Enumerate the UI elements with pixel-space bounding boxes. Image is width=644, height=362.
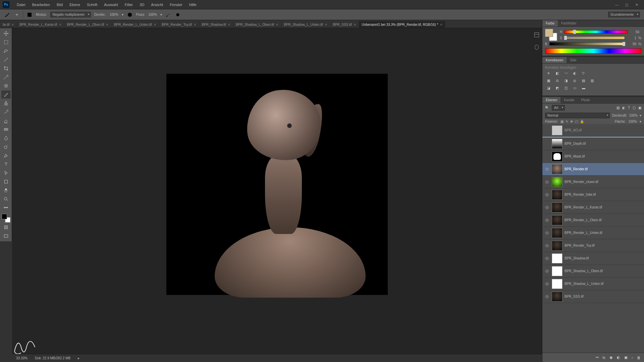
layer-blendmode-dropdown[interactable]: Normal bbox=[545, 113, 610, 118]
color-swatch-pair[interactable] bbox=[545, 29, 557, 41]
filter-type-icon[interactable]: T bbox=[628, 106, 630, 110]
blur-tool[interactable] bbox=[1, 134, 11, 142]
layer-thumbnail[interactable] bbox=[552, 125, 562, 135]
visibility-toggle[interactable] bbox=[544, 218, 550, 223]
document-tab[interactable]: BPR_Shadow_L_Unten.tif× bbox=[281, 21, 330, 28]
hue-icon[interactable]: ▦ bbox=[547, 79, 552, 84]
brush-panel-toggle[interactable] bbox=[26, 12, 33, 18]
workspace-dropdown[interactable]: Grundelemente bbox=[608, 12, 640, 17]
blendmode-dropdown[interactable]: Negativ multiplizieren bbox=[50, 12, 91, 17]
visibility-toggle[interactable] bbox=[544, 256, 550, 261]
history-brush-tool[interactable] bbox=[1, 108, 11, 116]
opacity-value[interactable]: 100% bbox=[110, 13, 118, 16]
layer-row[interactable]: BPR_Render.tif bbox=[542, 163, 644, 176]
lock-pixels-icon[interactable]: ▦ bbox=[560, 120, 564, 123]
layer-name[interactable]: BPR_Shadow.tif bbox=[565, 256, 642, 260]
close-icon[interactable]: × bbox=[59, 22, 61, 26]
layer-thumbnail[interactable] bbox=[552, 139, 562, 149]
airbrush-icon[interactable] bbox=[165, 12, 171, 18]
link-layers-icon[interactable]: ⚯ bbox=[596, 355, 599, 360]
colorbalance-icon[interactable]: ⚖ bbox=[556, 79, 561, 84]
layer-row[interactable]: BPR_Render_L_Unten.tif bbox=[542, 227, 644, 239]
layer-list[interactable]: BPR_AO.tifBPR_Depth.tifBPR_Mask.tifBPR_R… bbox=[542, 124, 644, 353]
fill-value[interactable]: 100% bbox=[628, 120, 637, 123]
visibility-toggle[interactable] bbox=[544, 154, 550, 159]
menu-hilfe[interactable]: Hilfe bbox=[186, 3, 200, 7]
layer-thumbnail[interactable] bbox=[552, 164, 562, 174]
layer-thumbnail[interactable] bbox=[552, 279, 562, 289]
color-slider[interactable] bbox=[564, 36, 625, 40]
layer-row[interactable]: BPR_Render_L_Oben.tif bbox=[542, 214, 644, 227]
window-minimize-button[interactable]: — bbox=[615, 3, 619, 7]
pressure-opacity-icon[interactable] bbox=[127, 12, 133, 18]
status-arrow-icon[interactable]: ▸ bbox=[78, 356, 79, 360]
move-tool[interactable] bbox=[1, 29, 11, 38]
properties-panel-icon[interactable] bbox=[533, 44, 540, 50]
document-tab[interactable]: BPR_Shadow_L_Oben.tif× bbox=[233, 21, 281, 28]
document-tab[interactable]: Unbenannt1 bei 33.3% (BPR_Render.tif, RG… bbox=[359, 21, 445, 28]
mask-icon[interactable]: ◉ bbox=[609, 355, 613, 360]
layer-name[interactable]: BPR_Render_L_Unten.tif bbox=[565, 231, 642, 235]
slider-value[interactable]: 99 bbox=[627, 42, 636, 46]
layer-thumbnail[interactable] bbox=[552, 228, 562, 238]
layer-row[interactable]: BPR_Depth.tif bbox=[542, 137, 644, 150]
layer-thumbnail[interactable] bbox=[552, 202, 562, 213]
stamp-tool[interactable] bbox=[1, 99, 11, 107]
document-tab[interactable]: BPR_Render_L_Unten.tif× bbox=[111, 21, 159, 28]
menu-filter[interactable]: Filter bbox=[121, 3, 136, 7]
flow-value[interactable]: 100% bbox=[148, 13, 157, 16]
layer-name[interactable]: BPR_SSS.tif bbox=[565, 295, 642, 298]
layer-name[interactable]: BPR_Render.tif bbox=[565, 167, 642, 171]
layer-thumbnail[interactable] bbox=[552, 190, 562, 200]
vibrance-icon[interactable]: ▽ bbox=[582, 71, 587, 77]
wand-tool[interactable] bbox=[1, 56, 11, 64]
quickmask-button[interactable] bbox=[1, 223, 11, 231]
lasso-tool[interactable] bbox=[1, 47, 11, 55]
selcolor-icon[interactable]: ▬ bbox=[582, 86, 587, 92]
visibility-toggle[interactable] bbox=[544, 141, 550, 146]
tab-korrekturen[interactable]: Korrekturen bbox=[542, 57, 567, 63]
pressure-size-icon[interactable] bbox=[175, 12, 181, 18]
history-panel-icon[interactable] bbox=[533, 32, 540, 38]
visibility-toggle[interactable] bbox=[544, 128, 550, 133]
threshold-icon[interactable]: ◫ bbox=[565, 86, 570, 92]
layer-row[interactable]: BPR_Mask.tif bbox=[542, 150, 644, 163]
color-spectrum[interactable] bbox=[545, 48, 641, 54]
document-tab[interactable]: BPR_Render_L_Oben.tif× bbox=[64, 21, 111, 28]
layer-thumbnail[interactable] bbox=[552, 253, 562, 263]
posterize-icon[interactable]: ◩ bbox=[556, 86, 561, 92]
menu-auswahl[interactable]: Auswahl bbox=[101, 3, 121, 7]
gradmap-icon[interactable]: ▭ bbox=[573, 86, 579, 92]
layer-row[interactable]: BPR_Shadow_L_Oben.tif bbox=[542, 265, 644, 278]
visibility-toggle[interactable] bbox=[544, 179, 550, 185]
dodge-tool[interactable] bbox=[1, 143, 11, 151]
menu-bearbeiten[interactable]: Bearbeiten bbox=[29, 3, 53, 7]
eyedropper-tool[interactable] bbox=[1, 73, 11, 81]
curves-icon[interactable]: 〰 bbox=[565, 71, 570, 77]
layer-name[interactable]: BPR_Depth.tif bbox=[565, 142, 642, 145]
layer-row[interactable]: BPR_Shadow.tif bbox=[542, 252, 644, 265]
layer-row[interactable]: BPR_Render_clown.tif bbox=[542, 176, 644, 188]
tab-farbe[interactable]: Farbe bbox=[542, 20, 558, 26]
window-close-button[interactable]: ✕ bbox=[635, 3, 639, 7]
layer-thumbnail[interactable] bbox=[552, 152, 562, 162]
visibility-toggle[interactable] bbox=[544, 281, 550, 287]
layer-name[interactable]: BPR_Render_clown.tif bbox=[565, 180, 642, 184]
edit-toolbar-button[interactable]: ••• bbox=[1, 204, 11, 212]
close-icon[interactable]: × bbox=[194, 22, 196, 26]
close-icon[interactable]: × bbox=[154, 22, 156, 26]
layer-name[interactable]: BPR_AO.tif bbox=[565, 128, 642, 132]
screenmode-button[interactable] bbox=[1, 232, 11, 240]
close-icon[interactable]: × bbox=[440, 22, 442, 26]
menu-ebene[interactable]: Ebene bbox=[66, 3, 84, 7]
zoom-tool[interactable] bbox=[1, 195, 11, 203]
document-tab[interactable]: lie.tif× bbox=[0, 21, 17, 28]
levels-icon[interactable]: ◧ bbox=[556, 71, 561, 77]
foreground-background-color[interactable] bbox=[2, 214, 10, 223]
menu-3d[interactable]: 3D bbox=[136, 3, 148, 7]
layer-filter-dropdown[interactable]: Art bbox=[552, 105, 565, 111]
hand-tool[interactable] bbox=[1, 186, 11, 194]
shape-tool[interactable] bbox=[1, 178, 11, 186]
slider-value[interactable]: 56 bbox=[630, 30, 639, 34]
close-icon[interactable]: × bbox=[354, 22, 356, 26]
